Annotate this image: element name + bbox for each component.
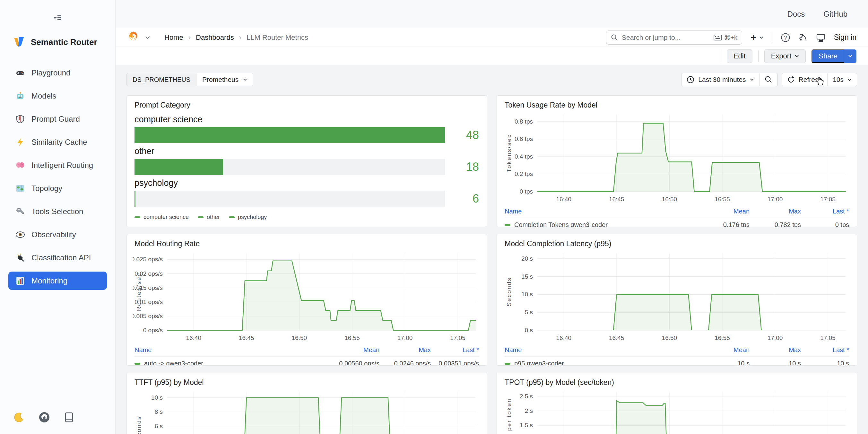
book-icon[interactable]	[64, 412, 74, 424]
zoom-out-button[interactable]	[760, 73, 777, 86]
series-last: 10 s	[801, 360, 849, 366]
legend-col-name[interactable]: Name	[505, 208, 688, 215]
breadcrumb: Home › Dashboards › LLM Router Metrics	[164, 33, 308, 42]
brand[interactable]: Semantic Router	[0, 35, 115, 49]
series-max: 10 s	[749, 360, 801, 366]
edit-button[interactable]: Edit	[727, 50, 752, 63]
help-icon[interactable]: ?	[781, 33, 790, 42]
sidebar-item-playground[interactable]: Playground	[8, 64, 107, 82]
legend-col-max[interactable]: Max	[379, 346, 431, 354]
lightning-icon	[16, 138, 25, 147]
svg-text:16:45: 16:45	[609, 335, 624, 341]
panel-title: Model Routing Rate	[134, 240, 481, 248]
time-series-chart[interactable]: 16:4016:4516:5016:5517:0017:050 s5 s10 s…	[503, 249, 851, 344]
legend-col-max[interactable]: Max	[749, 346, 801, 354]
github-icon[interactable]	[38, 411, 50, 424]
sidebar-item-observability[interactable]: Observability	[8, 225, 107, 244]
breadcrumb-dashboards[interactable]: Dashboards	[196, 33, 234, 42]
svg-text:17:05: 17:05	[450, 335, 465, 341]
legend-row[interactable]: auto -> qwen3-coder 0.00560 ops/s 0.0246…	[134, 356, 479, 366]
chevron-down-icon	[759, 36, 764, 39]
legend-col-mean[interactable]: Mean	[318, 346, 379, 354]
series-swatch	[134, 216, 140, 218]
legend-col-last[interactable]: Last *	[431, 346, 479, 354]
sidebar-item-monitoring[interactable]: Monitoring	[8, 272, 107, 290]
legend-col-mean[interactable]: Mean	[688, 346, 749, 354]
share-button[interactable]: Share	[811, 50, 844, 63]
datasource-select[interactable]: Prometheus	[196, 73, 253, 86]
legend-col-max[interactable]: Max	[749, 208, 801, 215]
legend-col-name[interactable]: Name	[134, 346, 318, 354]
breadcrumb-separator: ›	[188, 33, 191, 42]
chevron-down-icon	[243, 78, 247, 81]
time-controls: Last 30 minutes Refresh	[681, 73, 857, 86]
refresh-interval-select[interactable]: 10s	[828, 73, 857, 86]
sidebar-item-label: Observability	[31, 230, 76, 239]
sidebar-item-models[interactable]: Models	[8, 87, 107, 105]
svg-text:Routes/sec: Routes/sec	[135, 273, 142, 311]
docs-link[interactable]: Docs	[787, 10, 805, 19]
divider	[721, 51, 721, 62]
app-root: Semantic Router Playground Models Prompt…	[0, 0, 868, 434]
sidebar-item-classification-api[interactable]: Classification API	[8, 248, 107, 267]
grafana-logo-icon[interactable]	[127, 31, 139, 44]
robot-icon	[16, 92, 25, 100]
svg-text:17:00: 17:00	[397, 335, 413, 341]
series-mean: 0.00560 ops/s	[318, 360, 379, 366]
export-button[interactable]: Export	[764, 50, 806, 63]
legend-col-name[interactable]: Name	[505, 346, 688, 354]
time-series-chart[interactable]: 16:4016:4516:5016:5517:0017:050 ops/s0.0…	[132, 249, 481, 344]
series-max: 0.782 tps	[749, 221, 801, 227]
legend-row[interactable]: p95 qwen3-coder 10 s 10 s 10 s	[505, 356, 849, 366]
sidebar-item-label: Topology	[31, 184, 62, 193]
time-series-chart[interactable]: 16:4016:4516:5016:5517:0017:050 s0.5 s1 …	[503, 388, 851, 434]
search-shortcut: ⌘+k	[714, 34, 737, 41]
zoom-out-icon	[765, 76, 772, 84]
github-link[interactable]: GitHub	[824, 10, 847, 19]
sidebar-item-topology[interactable]: Topology	[8, 179, 107, 197]
panel-title: TPOT (p95) by Model (sec/token)	[505, 378, 851, 387]
search-box[interactable]: ⌘+k	[606, 31, 742, 44]
sign-in-button[interactable]: Sign in	[834, 33, 857, 42]
sidebar-item-tools-selection[interactable]: Tools Selection	[8, 202, 107, 220]
grafana-navbar: Home › Dashboards › LLM Router Metrics ⌘…	[116, 28, 868, 47]
refresh-button[interactable]: Refresh	[782, 73, 828, 86]
time-series-chart[interactable]: 16:4016:4516:5016:5517:0017:050 tps0.2 t…	[503, 111, 851, 206]
search-input[interactable]	[622, 34, 710, 41]
legend-col-mean[interactable]: Mean	[688, 208, 749, 215]
svg-text:5 s: 5 s	[525, 309, 533, 315]
search-shortcut-keys: ⌘+k	[724, 34, 737, 41]
panel-title: Model Completion Latency (p95)	[505, 240, 851, 248]
breadcrumb-home[interactable]: Home	[164, 33, 183, 42]
time-range-picker[interactable]: Last 30 minutes	[682, 73, 759, 86]
svg-text:0 ops/s: 0 ops/s	[143, 327, 163, 334]
legend-row[interactable]: Completion Tokens qwen3-coder 0.176 tps …	[505, 218, 849, 227]
plug-icon	[16, 253, 25, 262]
org-chevron-down-icon[interactable]	[145, 36, 150, 39]
eye-icon	[16, 231, 25, 238]
legend-item[interactable]: other	[198, 214, 220, 220]
svg-text:16:40: 16:40	[556, 335, 572, 341]
datasource-value: Prometheus	[202, 76, 239, 84]
brand-label: Semantic Router	[31, 37, 97, 47]
search-icon	[611, 34, 618, 41]
news-rss-icon[interactable]	[799, 33, 808, 42]
legend-item[interactable]: computer science	[134, 214, 189, 220]
monitor-icon[interactable]	[816, 33, 826, 42]
share-menu-button[interactable]	[844, 50, 857, 63]
time-series-chart[interactable]: 16:4016:4516:5016:5517:0017:050 s2 s4 s6…	[132, 388, 481, 434]
legend-item[interactable]: psychology	[229, 214, 267, 220]
sidebar-item-prompt-guard[interactable]: Prompt Guard	[8, 110, 107, 128]
moon-icon[interactable]	[13, 412, 24, 424]
series-swatch	[229, 216, 235, 218]
legend-col-last[interactable]: Last *	[801, 346, 849, 354]
collapse-sidebar-button[interactable]	[0, 0, 115, 23]
new-button[interactable]: +	[750, 32, 764, 43]
legend-col-last[interactable]: Last *	[801, 208, 849, 215]
svg-text:?: ?	[784, 35, 787, 40]
sidebar-item-label: Intelligent Routing	[31, 161, 93, 170]
svg-text:16:45: 16:45	[609, 196, 624, 203]
refresh-group: Refresh 10s	[782, 73, 857, 86]
sidebar-item-similarity-cache[interactable]: Similarity Cache	[8, 133, 107, 151]
sidebar-item-intelligent-routing[interactable]: Intelligent Routing	[8, 156, 107, 174]
